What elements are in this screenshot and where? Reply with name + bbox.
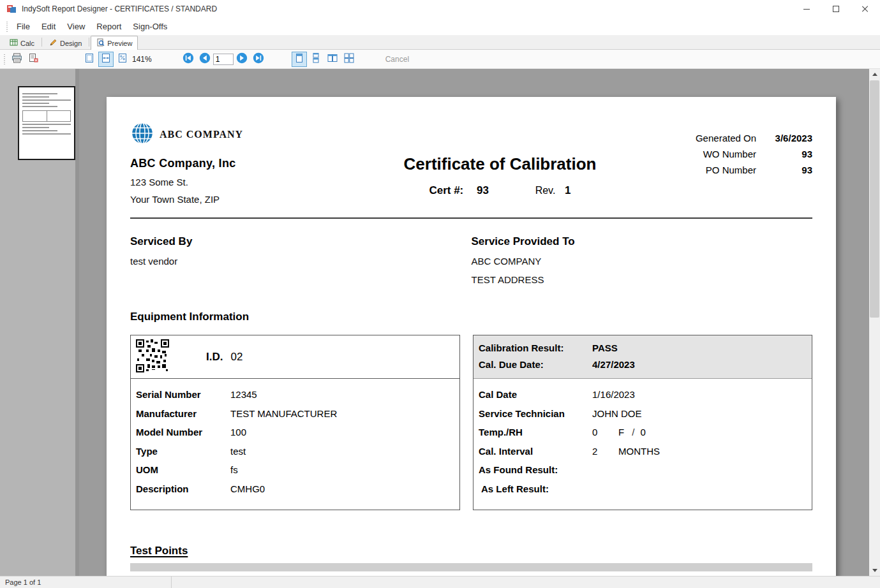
equipment-section: I.D. 02 Serial Number 12345 Manufacturer… bbox=[130, 335, 812, 510]
facing-pages-view-button[interactable] bbox=[325, 52, 340, 67]
field-serial-number: Serial Number 12345 bbox=[136, 385, 453, 404]
print-button[interactable] bbox=[9, 52, 24, 67]
equipment-information-heading: Equipment Information bbox=[130, 311, 812, 323]
magnifier-page-icon bbox=[96, 38, 105, 48]
scroll-up-button[interactable] bbox=[869, 69, 880, 80]
serviced-by-block: Serviced By test vendor bbox=[130, 235, 472, 285]
calibration-result-value: PASS bbox=[592, 340, 618, 356]
page-status-text: Page 1 of 1 bbox=[0, 578, 171, 586]
field-description: Description CMHG0 bbox=[136, 480, 453, 499]
field-cal-interval: Cal. Interval 2 MONTHS bbox=[479, 442, 805, 461]
menu-view[interactable]: View bbox=[61, 22, 91, 31]
multiple-pages-view-button[interactable] bbox=[341, 52, 357, 67]
fit-whole-page-button[interactable] bbox=[82, 52, 97, 67]
certificate-title: Certificate of Calibration bbox=[350, 154, 650, 174]
thumbnail-box bbox=[22, 110, 71, 122]
description-label: Description bbox=[136, 480, 230, 499]
scrollbar-thumb[interactable] bbox=[870, 80, 879, 318]
tab-preview[interactable]: Preview bbox=[91, 36, 138, 50]
service-provided-to-line1: ABC COMPANY bbox=[472, 256, 813, 267]
zoom-percent-icon bbox=[117, 53, 128, 66]
menu-signoffs[interactable]: Sign-Offs bbox=[127, 22, 173, 31]
close-button[interactable] bbox=[851, 0, 880, 18]
thumbnail-line bbox=[22, 93, 57, 94]
model-number-label: Model Number bbox=[136, 423, 230, 442]
single-page-view-icon bbox=[294, 53, 304, 66]
menu-report[interactable]: Report bbox=[91, 22, 127, 31]
service-provided-to-line2: TEST ADDRESS bbox=[472, 274, 813, 285]
maximize-icon bbox=[833, 6, 839, 12]
uom-value: fs bbox=[230, 460, 238, 480]
fit-page-width-button[interactable] bbox=[98, 52, 114, 67]
field-manufacturer: Manufacturer TEST MANUFACTURER bbox=[136, 404, 453, 423]
description-value: CMHG0 bbox=[230, 480, 265, 499]
tab-preview-label: Preview bbox=[107, 40, 132, 47]
tab-strip: Calc Design Preview bbox=[0, 35, 880, 50]
field-service-technician: Service Technician JOHN DOE bbox=[479, 404, 805, 423]
thumbnail-panel bbox=[0, 69, 79, 576]
qr-code bbox=[136, 339, 169, 375]
zoom-level-text[interactable]: 141% bbox=[132, 55, 152, 64]
cancel-button[interactable]: Cancel bbox=[385, 55, 409, 64]
generated-on-label: Generated On bbox=[696, 130, 756, 146]
thumbnail-line bbox=[22, 103, 49, 104]
print-setup-button[interactable] bbox=[26, 52, 41, 67]
generated-on-value: 3/6/2023 bbox=[756, 130, 812, 146]
serial-number-value: 12345 bbox=[230, 385, 257, 404]
last-page-button[interactable] bbox=[251, 52, 266, 67]
first-page-button[interactable] bbox=[181, 52, 196, 67]
page-thumbnail[interactable] bbox=[18, 86, 75, 160]
tab-calc[interactable]: Calc bbox=[4, 36, 40, 49]
multiple-pages-view-icon bbox=[344, 53, 354, 66]
previous-page-button[interactable] bbox=[197, 52, 213, 67]
status-separator bbox=[171, 577, 172, 588]
scroll-up-icon bbox=[872, 73, 877, 76]
single-page-view-button[interactable] bbox=[292, 52, 307, 67]
temp-rh-slash: / bbox=[632, 423, 634, 442]
continuous-view-icon bbox=[311, 53, 321, 66]
company-address-line2: Your Town State, ZIP bbox=[130, 194, 350, 205]
cal-interval-unit: MONTHS bbox=[618, 442, 660, 461]
fit-page-icon bbox=[84, 53, 94, 66]
cal-date-value: 1/16/2023 bbox=[592, 385, 635, 404]
equipment-info-box: I.D. 02 Serial Number 12345 Manufacturer… bbox=[130, 335, 460, 510]
type-label: Type bbox=[136, 442, 230, 461]
as-found-result-label: As Found Result: bbox=[479, 460, 592, 480]
certificate-header: ABC COMPANY ABC Company, Inc 123 Some St… bbox=[130, 121, 812, 205]
cert-number-label: Cert #: bbox=[429, 184, 463, 196]
app-icon bbox=[6, 4, 17, 14]
vertical-scrollbar[interactable] bbox=[869, 69, 880, 576]
test-points-heading: Test Points bbox=[130, 545, 812, 557]
certificate-page: ABC COMPANY ABC Company, Inc 123 Some St… bbox=[107, 97, 836, 576]
cert-number-value: 93 bbox=[477, 184, 489, 196]
field-type: Type test bbox=[136, 442, 453, 461]
serviced-by-value: test vendor bbox=[130, 256, 472, 267]
type-value: test bbox=[230, 442, 246, 461]
as-left-result-label: As Left Result: bbox=[481, 480, 595, 499]
temp-value: 0 bbox=[592, 423, 618, 442]
meta-row-generated-on: Generated On 3/6/2023 bbox=[650, 130, 812, 146]
equipment-fields: Serial Number 12345 Manufacturer TEST MA… bbox=[131, 379, 459, 498]
scroll-down-button[interactable] bbox=[869, 565, 880, 576]
company-block: ABC COMPANY ABC Company, Inc 123 Some St… bbox=[130, 121, 350, 205]
thumbnail-line bbox=[22, 106, 57, 107]
menu-edit[interactable]: Edit bbox=[36, 22, 61, 31]
menu-file[interactable]: File bbox=[11, 22, 36, 31]
header-divider bbox=[130, 217, 812, 219]
title-bar: IndySoft Report Designer - CERTIFICATES … bbox=[0, 0, 880, 18]
tab-design[interactable]: Design bbox=[43, 36, 87, 49]
last-page-icon bbox=[253, 52, 264, 66]
field-cal-date: Cal Date 1/16/2023 bbox=[479, 385, 805, 404]
service-technician-label: Service Technician bbox=[479, 404, 592, 423]
po-number-value: 93 bbox=[756, 162, 812, 178]
rev-value: 1 bbox=[565, 184, 571, 196]
minimize-button[interactable] bbox=[792, 0, 821, 18]
menu-bar: File Edit View Report Sign-Offs bbox=[0, 18, 880, 35]
maximize-button[interactable] bbox=[821, 0, 851, 18]
tab-separator bbox=[41, 38, 42, 47]
page-number-input[interactable] bbox=[213, 54, 234, 65]
next-page-button[interactable] bbox=[234, 52, 250, 67]
thumbnail-line bbox=[22, 127, 49, 128]
zoom-percent-button[interactable] bbox=[115, 52, 130, 67]
continuous-view-button[interactable] bbox=[308, 52, 324, 67]
